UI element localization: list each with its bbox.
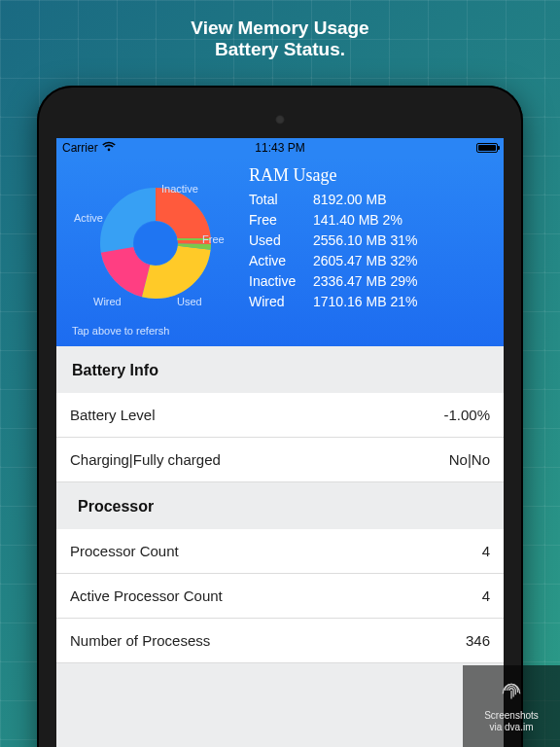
chart-label-used: Used: [177, 296, 202, 307]
ram-label: Active: [249, 251, 313, 271]
ram-label: Wired: [249, 292, 313, 312]
chart-label-active: Active: [74, 212, 103, 224]
ram-label: Inactive: [249, 271, 313, 292]
ram-value: 8192.00 MB: [313, 190, 494, 210]
ram-label: Free: [249, 210, 313, 231]
row-label: Processor Count: [70, 543, 179, 559]
promo-line-1: View Memory Usage: [0, 18, 560, 39]
table-row: Battery Level -1.00%: [56, 393, 504, 438]
table-row: Processor Count 4: [56, 529, 504, 574]
ram-value: 141.40 MB 2%: [313, 210, 494, 231]
ram-label: Used: [249, 231, 313, 251]
row-value: No|No: [449, 451, 490, 468]
processor-section-header: Processor: [56, 482, 504, 529]
device-frame: Carrier 11:43 PM: [37, 86, 523, 747]
chart-label-inactive: Inactive: [161, 183, 198, 195]
ram-value: 2336.47 MB 29%: [313, 271, 494, 292]
row-label: Number of Procesess: [70, 632, 210, 649]
row-label: Battery Level: [70, 407, 156, 423]
ram-donut-chart[interactable]: Active Inactive Free Used Wired Tap abov…: [66, 163, 241, 337]
watermark-line-2: via dva.im: [484, 722, 539, 733]
row-value: 346: [466, 632, 490, 649]
promo-heading: View Memory Usage Battery Status.: [0, 0, 560, 60]
chart-label-free: Free: [202, 233, 225, 245]
screen: Carrier 11:43 PM: [56, 138, 504, 747]
table-row: Number of Procesess 346: [56, 619, 504, 663]
ram-value: 2605.47 MB 32%: [313, 251, 494, 271]
row-value: -1.00%: [443, 407, 490, 423]
table-row: Active Processor Count 4: [56, 574, 504, 619]
chart-label-wired: Wired: [93, 296, 122, 307]
row-label: Active Processor Count: [70, 587, 223, 604]
wifi-icon: [102, 141, 116, 156]
watermark: Screenshots via dva.im: [463, 665, 560, 747]
camera-dot: [275, 115, 285, 124]
ram-value: 2556.10 MB 31%: [313, 231, 494, 251]
status-bar: Carrier 11:43 PM: [56, 138, 504, 158]
svg-point-5: [134, 222, 177, 265]
clock: 11:43 PM: [255, 141, 304, 155]
refresh-hint: Tap above to refersh: [66, 319, 241, 337]
table-row: Charging|Fully charged No|No: [56, 438, 504, 482]
battery-icon: [476, 143, 498, 153]
ram-title: RAM Usage: [249, 165, 494, 186]
row-value: 4: [482, 587, 490, 604]
row-value: 4: [482, 543, 490, 559]
fingerprint-icon: [499, 679, 524, 706]
ram-label: Total: [249, 190, 313, 210]
ram-stats: RAM Usage Total8192.00 MB Free141.40 MB …: [249, 163, 494, 337]
row-label: Charging|Fully charged: [70, 451, 221, 468]
battery-section-header: Battery Info: [56, 346, 504, 393]
ram-panel[interactable]: Active Inactive Free Used Wired Tap abov…: [56, 158, 504, 346]
ram-value: 1710.16 MB 21%: [313, 292, 494, 312]
promo-line-2: Battery Status.: [0, 39, 560, 60]
watermark-line-1: Screenshots: [484, 710, 539, 722]
carrier-label: Carrier: [62, 141, 98, 155]
